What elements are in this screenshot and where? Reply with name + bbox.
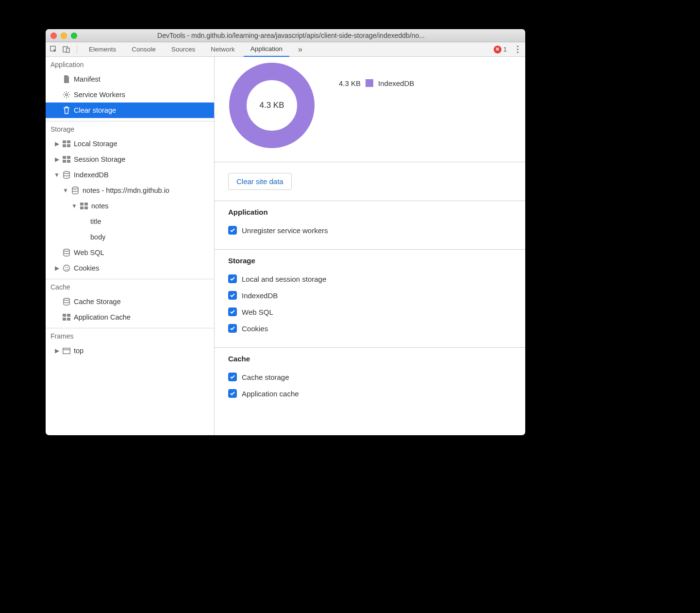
main-panel: 4.3 KB 4.3 KB IndexedDB Clear site data … xyxy=(215,57,525,435)
storage-donut-chart: 4.3 KB xyxy=(228,62,316,149)
checkbox-websql[interactable]: Web SQL xyxy=(228,304,512,320)
sidebar-item-label: top xyxy=(74,347,83,355)
tab-elements[interactable]: Elements xyxy=(82,42,123,57)
svg-rect-14 xyxy=(80,203,83,205)
checkbox-cache-storage[interactable]: Cache storage xyxy=(228,369,512,385)
table-icon xyxy=(62,155,71,164)
tab-overflow[interactable]: » xyxy=(291,42,309,57)
chevron-right-icon: ▶ xyxy=(54,156,59,163)
database-icon xyxy=(62,170,71,179)
section-frames: Frames xyxy=(46,328,214,343)
sidebar-item-label: Cache Storage xyxy=(74,298,121,306)
checkbox-checked-icon xyxy=(228,389,237,398)
sidebar-item-field-title[interactable]: title xyxy=(46,214,214,229)
svg-rect-7 xyxy=(67,144,70,147)
close-icon[interactable] xyxy=(50,33,57,39)
svg-rect-6 xyxy=(63,144,66,147)
tab-network[interactable]: Network xyxy=(204,42,242,57)
svg-point-23 xyxy=(67,269,68,270)
svg-point-19 xyxy=(64,265,70,272)
svg-rect-29 xyxy=(63,348,70,354)
group-title: Application xyxy=(228,208,512,216)
group-cache: Cache Cache storage Application cache xyxy=(215,348,525,412)
checkbox-label: Local and session storage xyxy=(242,275,326,283)
svg-point-12 xyxy=(64,171,69,173)
sidebar-item-label: Web SQL xyxy=(74,249,104,256)
svg-rect-27 xyxy=(63,318,66,321)
checkbox-local-session[interactable]: Local and session storage xyxy=(228,271,512,287)
table-icon xyxy=(80,202,88,210)
checkbox-indexeddb[interactable]: IndexedDB xyxy=(228,287,512,304)
checkbox-label: Unregister service workers xyxy=(242,226,328,235)
database-icon xyxy=(62,248,71,257)
sidebar-item-service-workers[interactable]: Service Workers xyxy=(46,87,214,102)
sidebar-item-clear-storage[interactable]: Clear storage xyxy=(46,102,214,118)
storage-chart-row: 4.3 KB 4.3 KB IndexedDB xyxy=(215,57,525,162)
chevron-right-icon: ▶ xyxy=(54,265,59,272)
chart-legend: 4.3 KB IndexedDB xyxy=(339,79,414,87)
sidebar-item-store-notes[interactable]: ▼ notes xyxy=(46,198,214,214)
svg-point-22 xyxy=(66,269,67,270)
sidebar-item-indexeddb[interactable]: ▼ IndexedDB xyxy=(46,167,214,183)
tab-sources[interactable]: Sources xyxy=(165,42,202,57)
svg-rect-2 xyxy=(67,48,69,52)
error-badge[interactable]: ✕ 1 xyxy=(494,46,507,53)
svg-rect-10 xyxy=(63,160,66,163)
sidebar-item-top-frame[interactable]: ▶ top xyxy=(46,343,214,358)
tab-console[interactable]: Console xyxy=(125,42,163,57)
sidebar-item-label: Manifest xyxy=(74,75,100,83)
tab-application[interactable]: Application xyxy=(244,42,289,57)
svg-rect-17 xyxy=(84,206,88,209)
checkbox-cookies[interactable]: Cookies xyxy=(228,320,512,337)
checkbox-unregister-sw[interactable]: Unregister service workers xyxy=(228,222,512,238)
svg-rect-5 xyxy=(67,140,70,143)
checkbox-checked-icon xyxy=(228,373,237,381)
database-icon xyxy=(62,297,71,306)
sidebar-item-cookies[interactable]: ▶ Cookies xyxy=(46,260,214,276)
menu-icon[interactable] xyxy=(513,46,522,53)
sidebar-item-label: Cookies xyxy=(74,264,99,272)
checkbox-application-cache[interactable]: Application cache xyxy=(228,385,512,402)
sidebar-item-label: body xyxy=(90,233,105,241)
sidebar-item-websql[interactable]: Web SQL xyxy=(46,245,214,260)
gear-icon xyxy=(62,90,71,99)
checkbox-label: Cache storage xyxy=(242,373,289,381)
sidebar-item-local-storage[interactable]: ▶ Local Storage xyxy=(46,136,214,152)
legend-label: IndexedDB xyxy=(378,79,414,87)
table-icon xyxy=(62,139,71,148)
svg-point-13 xyxy=(72,187,78,189)
svg-rect-9 xyxy=(67,156,70,159)
svg-point-24 xyxy=(64,298,69,300)
sidebar-item-label: notes - https://mdn.github.io xyxy=(83,187,169,194)
svg-rect-8 xyxy=(63,156,66,159)
chevron-down-icon: ▼ xyxy=(63,187,68,194)
svg-rect-26 xyxy=(67,314,70,317)
sidebar-item-cache-storage[interactable]: Cache Storage xyxy=(46,294,214,309)
sidebar-item-label: Clear storage xyxy=(74,106,116,114)
svg-rect-16 xyxy=(80,206,83,209)
section-application: Application xyxy=(46,57,214,71)
sidebar-item-label: title xyxy=(90,218,101,225)
devtools-toolbar: Elements Console Sources Network Applica… xyxy=(46,42,525,57)
database-icon xyxy=(71,186,80,195)
sidebar-item-manifest[interactable]: Manifest xyxy=(46,71,214,87)
checkbox-checked-icon xyxy=(228,226,237,235)
svg-rect-25 xyxy=(63,314,66,317)
inspect-icon[interactable] xyxy=(49,44,59,55)
device-toggle-icon[interactable] xyxy=(61,44,72,55)
checkbox-label: IndexedDB xyxy=(242,291,278,300)
svg-point-3 xyxy=(66,94,67,96)
svg-point-21 xyxy=(67,267,68,268)
sidebar-item-field-body[interactable]: body xyxy=(46,229,214,245)
devtools-window: DevTools - mdn.github.io/learning-area/j… xyxy=(46,29,525,435)
sidebar-item-db-notes[interactable]: ▼ notes - https://mdn.github.io xyxy=(46,183,214,198)
sidebar-item-label: Application Cache xyxy=(74,313,131,321)
clear-site-data-button[interactable]: Clear site data xyxy=(228,173,292,190)
sidebar-item-application-cache[interactable]: Application Cache xyxy=(46,309,214,325)
chevron-right-icon: ▶ xyxy=(54,140,59,147)
section-cache: Cache xyxy=(46,279,214,294)
frame-icon xyxy=(62,346,71,355)
checkbox-label: Cookies xyxy=(242,324,268,333)
sidebar-item-session-storage[interactable]: ▶ Session Storage xyxy=(46,152,214,167)
sidebar-item-label: IndexedDB xyxy=(74,171,109,179)
